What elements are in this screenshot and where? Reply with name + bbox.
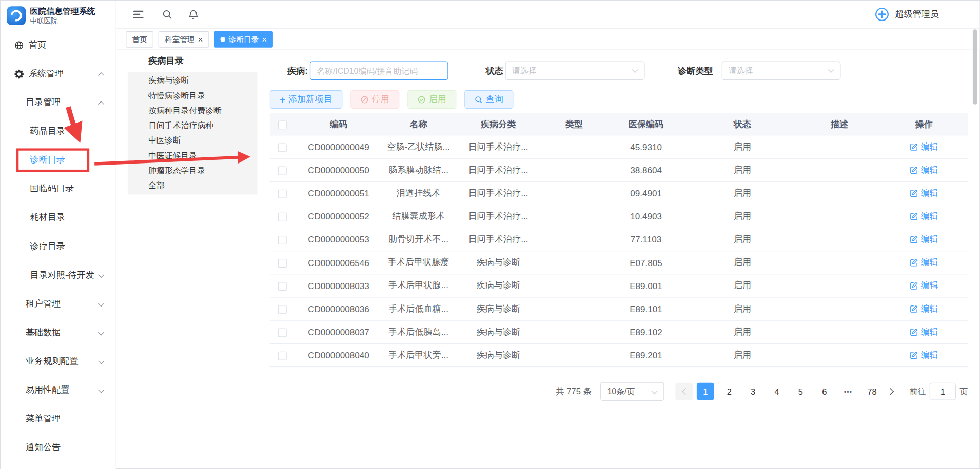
catalog-item[interactable]: 按病种目录付费诊断 (128, 103, 258, 118)
sidebar-item[interactable]: 目录管理 (1, 88, 115, 117)
row-checkbox[interactable] (278, 282, 287, 291)
enable-button[interactable]: 启用 (407, 90, 456, 109)
edit-button[interactable]: 编辑 (910, 141, 938, 152)
catalog-item[interactable]: 疾病与诊断 (128, 73, 258, 88)
select-all-checkbox[interactable] (278, 121, 287, 130)
ban-icon (360, 95, 368, 104)
tab[interactable]: 诊断目录× (214, 31, 273, 48)
insurance-code-cell: 45.9310 (606, 142, 686, 152)
catalog-item[interactable]: 中医证候目录 (128, 148, 258, 163)
name-cell: 手术后甲状旁... (382, 350, 454, 361)
row-checkbox[interactable] (278, 213, 287, 221)
sidebar-item[interactable]: 业务规则配置 (1, 347, 115, 376)
page-button-6[interactable]: 6 (816, 383, 833, 400)
row-checkbox[interactable] (278, 259, 287, 268)
search-icon[interactable] (159, 6, 175, 23)
row-select-cell (270, 165, 295, 175)
category-cell: 日间手术治疗... (455, 141, 542, 153)
page-button-4[interactable]: 4 (768, 383, 786, 400)
sidebar-item[interactable]: 系统管理 (1, 59, 115, 88)
page-button-more[interactable]: ••• (839, 383, 857, 400)
app-title: 医院信息管理系统 (30, 6, 95, 16)
status-select[interactable]: 请选择 (505, 62, 645, 80)
table-row: CD0000008036手术后低血糖...疾病与诊断E89.101启用编辑 (270, 298, 968, 321)
sidebar-item[interactable]: 耗材目录 (1, 203, 115, 232)
sidebar-item[interactable]: 诊疗目录 (1, 232, 115, 261)
hamburger-icon[interactable] (130, 6, 147, 23)
edit-button[interactable]: 编辑 (910, 280, 938, 291)
sidebar-item[interactable]: 目录对照-待开发 (1, 261, 115, 290)
sidebar: 医院信息管理系统 中联医院 首页系统管理目录管理药品目录诊断目录国临码目录耗材目… (1, 1, 116, 469)
catalog-item[interactable]: 中医诊断 (128, 133, 258, 148)
disable-button[interactable]: 停用 (350, 90, 399, 109)
edit-button[interactable]: 编辑 (910, 303, 938, 314)
add-item-button[interactable]: + 添加新项目 (270, 90, 342, 109)
query-button[interactable]: 查询 (464, 90, 513, 109)
column-header: 状态 (686, 119, 799, 130)
diagnosis-type-select[interactable]: 请选择 (722, 62, 841, 80)
check-circle-icon (417, 95, 425, 104)
row-checkbox[interactable] (278, 167, 287, 175)
edit-button[interactable]: 编辑 (910, 326, 938, 337)
chevron-down-icon (98, 358, 104, 364)
insurance-code-cell: 10.4903 (606, 211, 686, 221)
name-cell: 空肠-乙状结肠... (382, 141, 454, 153)
edit-button[interactable]: 编辑 (910, 164, 938, 175)
page-button-2[interactable]: 2 (720, 383, 738, 400)
edit-button[interactable]: 编辑 (910, 211, 938, 222)
page-button-5[interactable]: 5 (792, 383, 809, 400)
edit-button[interactable]: 编辑 (910, 187, 938, 198)
next-page-button[interactable] (882, 383, 899, 400)
scrollbar[interactable] (973, 29, 977, 104)
name-cell: 肋骨切开术不... (382, 234, 454, 245)
user-menu[interactable]: 超级管理员 (874, 6, 939, 23)
edit-button[interactable]: 编辑 (910, 257, 938, 268)
page-button-3[interactable]: 3 (744, 383, 762, 400)
row-select-cell (270, 234, 295, 244)
row-checkbox[interactable] (278, 236, 287, 244)
status-cell: 启用 (686, 350, 799, 361)
close-icon[interactable]: × (198, 35, 203, 44)
sidebar-item[interactable]: 基础数据 (1, 318, 115, 347)
insurance-code-cell: 38.8604 (606, 165, 686, 175)
sidebar-item[interactable]: 易用性配置 (1, 376, 115, 404)
row-checkbox[interactable] (278, 190, 287, 198)
catalog-item[interactable]: 日间手术治疗病种 (128, 118, 258, 133)
sidebar-item[interactable]: 首页 (1, 31, 115, 59)
page-button-78[interactable]: 78 (863, 383, 880, 400)
code-cell: CD0000000051 (295, 188, 383, 198)
code-cell: CD0000000053 (295, 235, 383, 245)
page-button-1[interactable]: 1 (697, 383, 714, 400)
goto-page-input[interactable] (930, 383, 956, 400)
pagination: 共 775 条 10条/页 123456•••78 前往 页 (270, 382, 968, 401)
close-icon[interactable]: × (262, 35, 267, 44)
column-header: 医保编码 (606, 119, 686, 130)
sidebar-item[interactable]: 诊断目录 (1, 146, 115, 174)
action-cell: 编辑 (880, 303, 968, 315)
row-checkbox[interactable] (278, 329, 287, 337)
row-checkbox[interactable] (278, 144, 287, 152)
sidebar-item[interactable]: 租户管理 (1, 290, 115, 318)
sidebar-item[interactable]: 通知公告 (1, 433, 115, 462)
edit-button[interactable]: 编辑 (910, 234, 938, 245)
sidebar-item[interactable]: 菜单管理 (1, 404, 115, 433)
edit-button[interactable]: 编辑 (910, 349, 938, 360)
code-cell: CD0000008033 (295, 281, 383, 291)
catalog-item[interactable]: 全部 (128, 178, 258, 193)
tab[interactable]: 科室管理× (159, 31, 209, 48)
sidebar-item[interactable]: 国临码目录 (1, 174, 115, 203)
logo-text: 医院信息管理系统 中联医院 (30, 6, 95, 25)
row-checkbox[interactable] (278, 305, 287, 314)
tab[interactable]: 首页 (126, 31, 153, 48)
prev-page-button[interactable] (675, 383, 693, 400)
category-cell: 日间手术治疗... (455, 188, 542, 199)
category-cell: 疾病与诊断 (455, 280, 542, 292)
catalog-item[interactable]: 特慢病诊断目录 (128, 88, 258, 103)
disease-search-input[interactable] (310, 62, 448, 80)
bell-icon[interactable] (185, 6, 202, 23)
row-checkbox[interactable] (278, 352, 287, 360)
page-size-select[interactable]: 10条/页 (600, 382, 664, 401)
home-icon (14, 40, 24, 50)
sidebar-item[interactable]: 药品目录 (1, 117, 115, 146)
catalog-item[interactable]: 肿瘤形态学目录 (128, 163, 258, 178)
